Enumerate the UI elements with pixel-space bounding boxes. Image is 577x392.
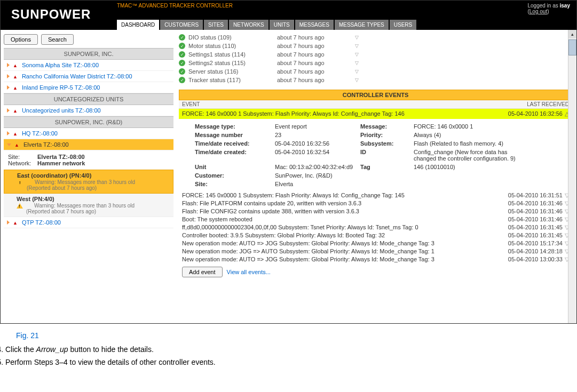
caret-icon: [7, 131, 10, 135]
check-icon: ✓: [179, 51, 185, 58]
warning-icon: [17, 180, 23, 185]
warning-icon: [14, 141, 20, 148]
tab-networks[interactable]: NETWORKS: [229, 20, 268, 30]
top-bar: SUNPOWER TMAC™ ADVANCED TRACKER CONTROLL…: [1, 1, 576, 30]
chevron-down-icon[interactable]: ▽: [355, 35, 359, 40]
site-link[interactable]: HQ TZ:-08:00: [22, 130, 58, 137]
options-button[interactable]: Options: [4, 34, 38, 45]
tab-sites[interactable]: SITES: [204, 20, 228, 30]
event-row[interactable]: Flash: File PLATFORM contains update 20,…: [179, 199, 572, 207]
logo: SUNPOWER: [1, 1, 101, 28]
warning-icon: [13, 107, 19, 114]
site-link[interactable]: Rancho California Water District TZ:-08:…: [22, 73, 132, 79]
check-icon: ✓: [179, 43, 185, 49]
caret-icon: [7, 74, 10, 78]
status-row[interactable]: ✓Motor status (110)about 7 hours ago▽: [179, 42, 572, 50]
status-list: ✓DIO status (109)about 7 hours ago▽✓Moto…: [179, 33, 572, 84]
warning-icon: [13, 219, 19, 226]
site-row[interactable]: Uncategorized units TZ:-08:00: [4, 105, 173, 116]
login-info: Logged in as isay (Log out): [527, 3, 570, 14]
status-row[interactable]: ✓Settings1 status (114)about 7 hours ago…: [179, 50, 572, 59]
caret-icon: [7, 220, 10, 225]
event-row[interactable]: New operation mode: AUTO => JOG Subsyste…: [179, 239, 572, 247]
status-row[interactable]: ✓Settings2 status (115)about 7 hours ago…: [179, 59, 572, 67]
chevron-down-icon[interactable]: ▽: [355, 69, 359, 74]
tab-units[interactable]: UNITS: [270, 20, 294, 30]
tab-dashboard[interactable]: DASHBOARD: [117, 20, 159, 30]
group-uncategorized: UNCATEGORIZED UNITS: [4, 93, 173, 105]
view-all-events-link[interactable]: View all events...: [227, 269, 271, 275]
event-detail-panel: Message type:Event reportMessage:FORCE: …: [195, 122, 572, 188]
instructions: Click the Arrow_up button to hide the de…: [0, 345, 577, 366]
caret-icon: [7, 85, 10, 90]
event-row[interactable]: New operation mode: JOG => AUTO Subsyste…: [179, 247, 572, 255]
chevron-down-icon[interactable]: ▽: [355, 52, 359, 57]
add-event-button[interactable]: Add event: [182, 267, 223, 277]
event-row[interactable]: ff,d8d0,0000000000002304,00,0f,00 Subsys…: [179, 223, 572, 231]
scrollbar[interactable]: ▴: [568, 30, 576, 323]
tab-message-types[interactable]: MESSAGE TYPES: [335, 20, 389, 30]
site-link[interactable]: Inland Empire RP-5 TZ:-08:00: [22, 84, 100, 91]
logout-link[interactable]: Log out: [529, 9, 547, 14]
status-row[interactable]: ✓Server status (116)about 7 hours ago▽: [179, 67, 572, 76]
controller-events-header: CONTROLLER EVENTS: [179, 90, 572, 100]
username: isay: [560, 3, 570, 9]
search-button[interactable]: Search: [41, 34, 74, 45]
caret-icon: [7, 108, 10, 113]
site-row-selected[interactable]: Elverta TZ:-08:00: [4, 139, 173, 150]
site-row[interactable]: HQ TZ:-08:00: [4, 128, 173, 139]
site-row[interactable]: Inland Empire RP-5 TZ:-08:00: [4, 82, 173, 93]
caret-icon: [7, 63, 10, 67]
tab-users[interactable]: USERS: [390, 20, 416, 30]
site-row[interactable]: Sonoma Alpha Site TZ:-08:00: [4, 60, 173, 71]
event-row[interactable]: Controller booted: 3.9.5 Subsystem: Glob…: [179, 231, 572, 239]
event-row-highlighted[interactable]: FORCE: 146 0x0000 1 Subsystem: Flash Pri…: [179, 109, 572, 119]
check-icon: ✓: [179, 60, 185, 66]
tab-customers[interactable]: CUSTOMERS: [160, 20, 203, 30]
tab-messages[interactable]: MESSAGES: [295, 20, 334, 30]
nav-tabs: DASHBOARD CUSTOMERS SITES NETWORKS UNITS…: [117, 20, 416, 30]
instruction-step: Perform Steps 3–4 to view the details of…: [5, 358, 577, 366]
event-row[interactable]: Flash: File CONFIG2 contains update 388,…: [179, 207, 572, 215]
event-row[interactable]: New operation mode: AUTO => JOG Subsyste…: [179, 255, 572, 263]
caret-down-icon: [7, 143, 11, 146]
product-title: TMAC™ ADVANCED TRACKER CONTROLLER: [117, 3, 233, 9]
event-rows: FORCE: 145 0x0000 1 Subsystem: Flash Pri…: [179, 191, 572, 263]
site-row[interactable]: Rancho California Water District TZ:-08:…: [4, 71, 173, 82]
warning-icon: [13, 130, 19, 137]
site-link[interactable]: Uncategorized units TZ:-08:00: [22, 107, 101, 114]
content-area: ✓DIO status (109)about 7 hours ago▽✓Moto…: [177, 30, 576, 323]
warning-icon: [13, 84, 19, 91]
sidebar: Options Search SUNPOWER, INC. Sonoma Alp…: [1, 30, 177, 323]
site-row[interactable]: QTP TZ:-08:00: [4, 217, 173, 228]
unit-west[interactable]: West (PN:4/0) Warning: Messages more tha…: [4, 194, 173, 217]
chevron-down-icon[interactable]: ▽: [355, 77, 359, 83]
check-icon: ✓: [179, 68, 185, 75]
chevron-down-icon[interactable]: ▽: [355, 60, 359, 66]
figure-caption: Fig. 21: [0, 324, 577, 345]
check-icon: ✓: [179, 34, 185, 41]
warning-icon: [13, 62, 19, 68]
status-row[interactable]: ✓DIO status (109)about 7 hours ago▽: [179, 33, 572, 42]
group-sunpower: SUNPOWER, INC.: [4, 48, 173, 60]
group-sunpower-rnd: SUNPOWER, INC. (R&D): [4, 116, 173, 128]
site-link[interactable]: Sonoma Alpha Site TZ:-08:00: [22, 62, 99, 68]
scroll-up-icon[interactable]: ▴: [568, 30, 576, 38]
site-name: Elverta TZ:-08:00: [23, 141, 69, 148]
event-row[interactable]: FORCE: 145 0x0000 1 Subsystem: Flash Pri…: [179, 191, 572, 199]
event-row[interactable]: Boot: The system rebooted05-04-2010 16:3…: [179, 215, 572, 223]
events-columns: EVENT LAST RECEIVED: [179, 100, 572, 109]
warning-icon: [17, 203, 23, 209]
status-row[interactable]: ✓Tracker status (117)about 7 hours ago▽: [179, 76, 572, 84]
warning-icon: [13, 73, 19, 79]
site-detail: Site:Elverta TZ:-08:00 Network:Hammer ne…: [4, 150, 173, 170]
chevron-down-icon[interactable]: ▽: [355, 43, 359, 49]
unit-east[interactable]: East (coordinator) (PN:4/0) Warning: Mes…: [4, 170, 173, 194]
site-link[interactable]: QTP TZ:-08:00: [22, 219, 61, 226]
check-icon: ✓: [179, 77, 185, 83]
scroll-thumb[interactable]: [568, 39, 576, 55]
instruction-step: Click the Arrow_up button to hide the de…: [5, 345, 577, 354]
